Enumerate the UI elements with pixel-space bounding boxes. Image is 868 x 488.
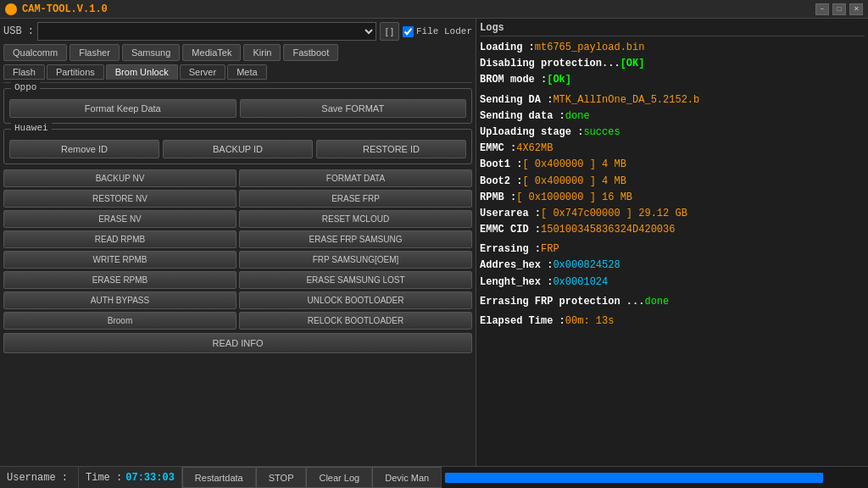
log-val: [ 0x747c00000 ] 29.12 GB xyxy=(541,206,687,222)
log-val: 150100345836324D420036 xyxy=(541,222,675,238)
log-key: BROM mode : xyxy=(480,72,547,88)
app-title: CAM-TOOL.V.1.0 xyxy=(5,3,108,15)
log-val: 0x0001024 xyxy=(553,274,608,291)
huawei-group: Huawei Remove IDBACKUP IDRESTORE ID xyxy=(3,129,472,164)
right-panel: Logs Loading : mt6765_payload.binDisabli… xyxy=(476,19,868,466)
status-bar: Username : Time : 07:33:03 Restartdata S… xyxy=(0,466,868,488)
restart-data-button[interactable]: Restartdata xyxy=(182,467,256,488)
log-val: FRP xyxy=(541,241,559,258)
log-val: [ 0x1000000 ] 16 MB xyxy=(516,190,632,206)
grid-btn-reset-mcloud[interactable]: RESET MCLOUD xyxy=(239,210,472,228)
nav-tab-samsung[interactable]: Samsung xyxy=(122,44,180,61)
grid-btn-relock-bootloader[interactable]: RELOCK BOOTLOADER xyxy=(239,312,472,330)
oppo-title: Oppo xyxy=(11,82,40,92)
read-info-button[interactable]: READ INFO xyxy=(3,333,472,353)
log-key: Elapsed Time : xyxy=(480,313,565,330)
usb-label: USB : xyxy=(3,25,34,37)
sub-tab-server[interactable]: Server xyxy=(180,64,225,80)
nav-tabs: QualcommFlasherSamsungMediaTekKirinFastb… xyxy=(3,44,472,61)
sub-tab-brom-unlock[interactable]: Brom Unlock xyxy=(106,64,178,80)
grid-btn-erase-samsung-lost[interactable]: ERASE SAMSUNG LOST xyxy=(239,271,472,289)
log-line: RPMB : [ 0x1000000 ] 16 MB xyxy=(480,190,865,206)
log-line: Errasing FRP protection ... done xyxy=(480,294,865,310)
minimize-button[interactable]: − xyxy=(815,3,829,15)
log-content[interactable]: Loading : mt6765_payload.binDisabling pr… xyxy=(480,40,865,463)
close-button[interactable]: ✕ xyxy=(849,3,863,15)
log-key: Errasing : xyxy=(480,241,541,258)
devic-man-button[interactable]: Devic Man xyxy=(372,467,442,488)
log-val: mt6765_payload.bin xyxy=(535,40,645,56)
nav-tab-kirin[interactable]: Kirin xyxy=(243,44,281,61)
log-line: Boot2 : [ 0x400000 ] 4 MB xyxy=(480,174,865,190)
read-info-row: READ INFO xyxy=(3,333,472,353)
logs-title: Logs xyxy=(480,22,865,36)
huawei-btn-backup-id[interactable]: BACKUP ID xyxy=(163,140,313,158)
grid-buttons: BACKUP NVFORMAT DATARESTORE NVERASE FRPE… xyxy=(3,169,472,330)
grid-btn-read-rpmb[interactable]: READ RPMB xyxy=(3,230,236,248)
sub-tab-meta[interactable]: Meta xyxy=(227,64,266,80)
oppo-btn-save-format[interactable]: Save FORMAT xyxy=(240,99,467,118)
log-key: Loading : xyxy=(480,40,535,56)
log-line: EMMC : 4X62MB xyxy=(480,141,865,157)
bracket-button[interactable]: [ ] xyxy=(380,22,399,41)
progress-section xyxy=(442,467,868,488)
nav-tab-qualcomm[interactable]: Qualcomm xyxy=(3,44,67,61)
log-line: EMMC CID : 150100345836324D420036 xyxy=(480,222,865,238)
app-name: CAM-TOOL.V.1.0 xyxy=(22,3,108,15)
sub-tab-flash[interactable]: Flash xyxy=(3,64,45,80)
log-key: Addres_hex : xyxy=(480,258,553,274)
log-key: EMMC CID : xyxy=(480,222,541,238)
log-val: [Ok] xyxy=(547,72,571,88)
grid-btn-broom[interactable]: Broom xyxy=(3,312,236,330)
restore-button[interactable]: □ xyxy=(832,3,846,15)
log-key: Userarea : xyxy=(480,206,541,222)
huawei-btn-remove-id[interactable]: Remove ID xyxy=(9,140,159,158)
log-key: Uploading stage : xyxy=(480,125,583,141)
log-val: done xyxy=(565,108,590,125)
log-key: EMMC : xyxy=(480,141,516,157)
grid-btn-erase-frp[interactable]: ERASE FRP xyxy=(239,190,472,208)
log-line: Uploading stage : succes xyxy=(480,125,865,141)
username-section: Username : xyxy=(0,467,79,488)
progress-bar xyxy=(445,473,822,483)
nav-tab-flasher[interactable]: Flasher xyxy=(70,44,120,61)
grid-btn-format-data[interactable]: FORMAT DATA xyxy=(239,169,472,187)
oppo-btn-format-keep-data[interactable]: Format Keep Data xyxy=(9,99,236,118)
grid-btn-erase-rpmb[interactable]: ERASE RPMB xyxy=(3,271,236,289)
usb-select[interactable] xyxy=(37,22,376,41)
usb-row: USB : [ ] File Loder xyxy=(3,22,472,41)
time-section: Time : 07:33:03 xyxy=(79,467,182,488)
file-loader-checkbox[interactable] xyxy=(403,26,414,37)
log-val: [ 0x400000 ] 4 MB xyxy=(522,174,626,190)
grid-btn-frp-samsung-oem-[interactable]: FRP SAMSUNG[OEM] xyxy=(239,251,472,269)
log-val: 00m: 13s xyxy=(565,313,615,330)
username-label: Username : xyxy=(7,472,68,484)
log-line: Sending data : done xyxy=(480,108,865,125)
nav-tab-fastboot[interactable]: Fastboot xyxy=(283,44,338,61)
log-key: Sending data : xyxy=(480,108,565,125)
title-bar: CAM-TOOL.V.1.0 − □ ✕ xyxy=(0,0,868,19)
log-key: Boot1 : xyxy=(480,157,522,173)
clear-log-button[interactable]: Clear Log xyxy=(306,467,372,488)
grid-btn-unlock-bootloader[interactable]: UNLOCK BOOTLOADER xyxy=(239,291,472,309)
grid-btn-write-rpmb[interactable]: WRITE RPMB xyxy=(3,251,236,269)
file-loader-row: File Loder xyxy=(403,26,472,37)
log-val: 0x000824528 xyxy=(553,258,620,274)
huawei-btn-restore-id[interactable]: RESTORE ID xyxy=(316,140,466,158)
log-line: Addres_hex : 0x000824528 xyxy=(480,258,865,274)
grid-btn-backup-nv[interactable]: BACKUP NV xyxy=(3,169,236,187)
grid-btn-restore-nv[interactable]: RESTORE NV xyxy=(3,190,236,208)
nav-tab-mediatek[interactable]: MediaTek xyxy=(182,44,241,61)
stop-button[interactable]: STOP xyxy=(256,467,307,488)
sub-tab-partitions[interactable]: Partitions xyxy=(47,64,104,80)
log-val: done xyxy=(644,294,669,310)
log-line: Lenght_hex : 0x0001024 xyxy=(480,274,865,291)
log-val: [OK] xyxy=(620,56,645,72)
log-line: Userarea : [ 0x747c00000 ] 29.12 GB xyxy=(480,206,865,222)
grid-btn-erase-nv[interactable]: ERASE NV xyxy=(3,210,236,228)
log-val: succes xyxy=(583,125,620,141)
log-key: Lenght_hex : xyxy=(480,274,553,291)
log-key: RPMB : xyxy=(480,190,516,206)
grid-btn-auth-bypass[interactable]: AUTH BYPASS xyxy=(3,291,236,309)
grid-btn-erase-frp-samsung[interactable]: ERASE FRP SAMSUNG xyxy=(239,230,472,248)
